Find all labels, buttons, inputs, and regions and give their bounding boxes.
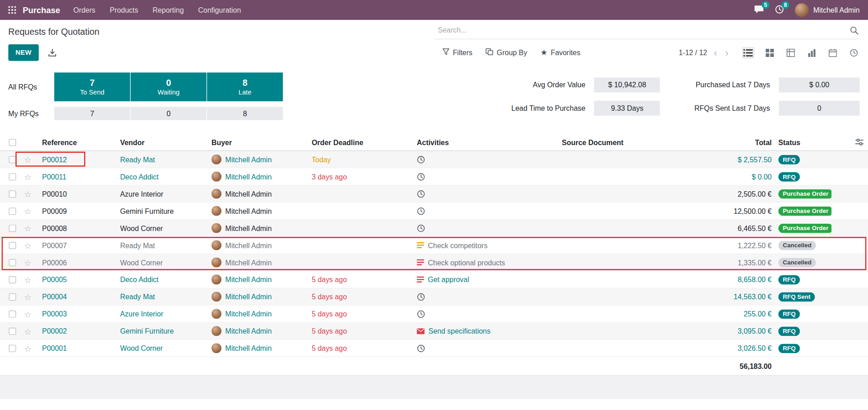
menu-orders[interactable]: Orders (73, 6, 95, 14)
favorite-star-icon[interactable]: ☆ (19, 275, 36, 283)
search-icon[interactable] (850, 26, 859, 35)
table-row[interactable]: ☆ P00006 Wood Corner Mitchell Admin Chec… (0, 254, 868, 271)
header-source-document[interactable]: Source Document (562, 138, 700, 146)
favorite-star-icon[interactable]: ☆ (19, 292, 36, 301)
header-order-deadline[interactable]: Order Deadline (311, 138, 417, 146)
clock-icon[interactable] (417, 224, 425, 232)
table-row[interactable]: ☆ P00002 Gemini Furniture Mitchell Admin… (0, 323, 868, 340)
row-checkbox[interactable] (9, 207, 16, 215)
reference-cell[interactable]: P00003 (36, 310, 120, 318)
card-waiting[interactable]: 0 Waiting (131, 72, 207, 101)
favorite-star-icon[interactable]: ☆ (19, 207, 36, 215)
search-input[interactable] (437, 25, 849, 35)
group-by-button[interactable]: Group By (486, 48, 527, 57)
favorite-star-icon[interactable]: ☆ (19, 189, 36, 198)
header-buyer[interactable]: Buyer (212, 138, 312, 146)
table-row[interactable]: ☆ P00009 Gemini Furniture Mitchell Admin… (0, 203, 868, 220)
reference-cell[interactable]: P00005 (36, 275, 120, 283)
reference-cell[interactable]: P00001 (36, 344, 120, 352)
pager-next-icon[interactable]: › (724, 47, 730, 58)
messages-button[interactable]: 5 (754, 5, 764, 15)
export-download-icon[interactable] (48, 48, 56, 57)
reference-cell[interactable]: P00008 (36, 224, 120, 232)
activity-view-icon[interactable] (848, 47, 860, 58)
table-row[interactable]: ☆ P00008 Wood Corner Mitchell Admin 6,46… (0, 220, 868, 237)
list-icon[interactable] (417, 242, 424, 249)
envelope-icon[interactable] (417, 328, 425, 334)
table-row[interactable]: ☆ P00003 Azure Interior Mitchell Admin 5… (0, 306, 868, 323)
header-vendor[interactable]: Vendor (120, 138, 212, 146)
reference-cell[interactable]: P00011 (36, 172, 120, 180)
favorites-button[interactable]: ★ Favorites (540, 48, 580, 57)
activities-button[interactable]: 8 (775, 5, 784, 15)
my-late-count[interactable]: 8 (207, 107, 283, 120)
favorite-star-icon[interactable]: ☆ (19, 344, 36, 352)
favorite-star-icon[interactable]: ☆ (19, 310, 36, 318)
favorite-star-icon[interactable]: ☆ (19, 258, 36, 266)
header-total[interactable]: Total (700, 138, 772, 146)
calendar-view-icon[interactable] (827, 47, 839, 58)
pivot-view-icon[interactable] (785, 47, 797, 58)
row-checkbox[interactable] (9, 225, 16, 232)
graph-view-icon[interactable] (806, 47, 818, 58)
reference-cell[interactable]: P00012 (36, 155, 120, 163)
list-view-icon[interactable] (742, 47, 755, 58)
row-checkbox[interactable] (9, 241, 16, 249)
clock-icon[interactable] (417, 155, 425, 163)
reference-cell[interactable]: P00009 (36, 207, 120, 215)
row-checkbox[interactable] (9, 310, 16, 317)
app-name[interactable]: Purchase (23, 5, 60, 15)
reference-cell[interactable]: P00004 (36, 292, 120, 301)
table-row[interactable]: ☆ P00005 Deco Addict Mitchell Admin 5 da… (0, 271, 868, 288)
row-checkbox[interactable] (9, 327, 16, 335)
card-late[interactable]: 8 Late (207, 72, 283, 101)
apps-menu-icon[interactable] (8, 6, 16, 14)
row-checkbox[interactable] (9, 259, 16, 266)
row-checkbox[interactable] (9, 190, 16, 198)
table-row[interactable]: ☆ P00010 Azure Interior Mitchell Admin 2… (0, 185, 868, 203)
list-icon[interactable] (417, 259, 424, 266)
row-checkbox[interactable] (9, 276, 16, 283)
select-all-checkbox[interactable] (9, 139, 16, 146)
list-icon[interactable] (417, 276, 424, 283)
header-activities[interactable]: Activities (417, 138, 562, 146)
table-row[interactable]: ☆ P00001 Wood Corner Mitchell Admin 5 da… (0, 340, 868, 357)
favorite-star-icon[interactable]: ☆ (19, 155, 36, 163)
favorite-star-icon[interactable]: ☆ (19, 327, 36, 335)
new-button[interactable]: NEW (8, 44, 38, 61)
card-to-send[interactable]: 7 To Send (54, 72, 130, 101)
reference-cell[interactable]: P00002 (36, 327, 120, 335)
reference-cell[interactable]: P00010 (36, 189, 120, 198)
row-checkbox[interactable] (9, 344, 16, 352)
table-row[interactable]: ☆ P00007 Ready Mat Mitchell Admin Check … (0, 237, 868, 254)
filters-button[interactable]: Filters (442, 48, 472, 57)
search-bar[interactable] (434, 24, 859, 39)
all-rfqs-label[interactable]: All RFQs (8, 83, 53, 91)
optional-columns-icon[interactable] (855, 139, 863, 147)
my-rfqs-label[interactable]: My RFQs (8, 109, 53, 118)
table-row[interactable]: ☆ P00011 Deco Addict Mitchell Admin 3 da… (0, 168, 868, 185)
user-menu[interactable]: Mitchell Admin (795, 3, 860, 17)
reference-cell[interactable]: P00007 (36, 241, 120, 249)
my-waiting-count[interactable]: 0 (131, 107, 207, 120)
reference-cell[interactable]: P00006 (36, 258, 120, 266)
row-checkbox[interactable] (9, 293, 16, 300)
menu-products[interactable]: Products (110, 6, 138, 14)
clock-icon[interactable] (417, 189, 425, 198)
clock-icon[interactable] (417, 292, 425, 301)
menu-configuration[interactable]: Configuration (198, 6, 241, 14)
kanban-view-icon[interactable] (764, 47, 776, 58)
pager-previous-icon[interactable]: ‹ (712, 47, 718, 58)
table-row[interactable]: ☆ P00004 Ready Mat Mitchell Admin 5 days… (0, 288, 868, 306)
clock-icon[interactable] (417, 310, 425, 318)
favorite-star-icon[interactable]: ☆ (19, 224, 36, 232)
clock-icon[interactable] (417, 207, 425, 215)
clock-icon[interactable] (417, 172, 425, 180)
row-checkbox[interactable] (9, 156, 16, 163)
header-reference[interactable]: Reference (36, 138, 120, 146)
table-row[interactable]: ☆ P00012 Ready Mat Mitchell Admin Today … (0, 151, 868, 168)
my-to-send-count[interactable]: 7 (54, 107, 130, 120)
header-status[interactable]: Status (772, 138, 831, 146)
menu-reporting[interactable]: Reporting (152, 6, 184, 14)
row-checkbox[interactable] (9, 173, 16, 180)
